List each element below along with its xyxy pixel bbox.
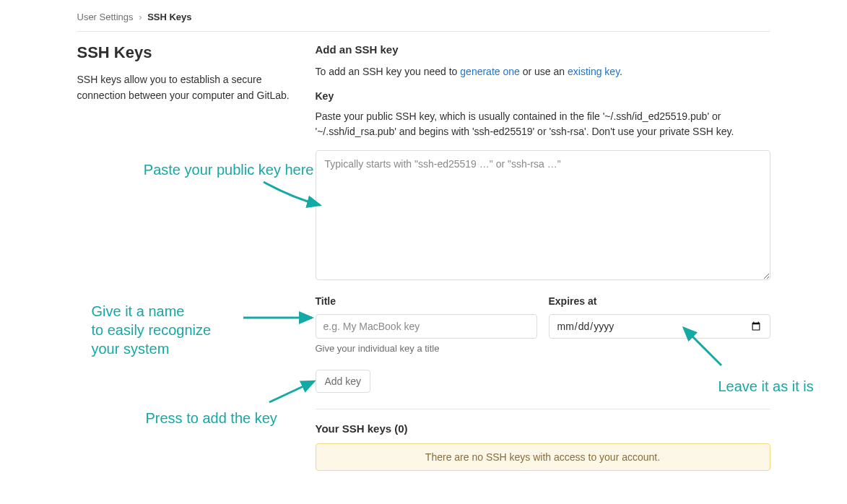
- key-help: Paste your public SSH key, which is usua…: [316, 109, 770, 140]
- your-keys-heading: Your SSH keys (0): [316, 422, 770, 435]
- title-help: Give your individual key a title: [316, 343, 537, 354]
- empty-keys-message: There are no SSH keys with access to you…: [316, 443, 770, 471]
- divider: [316, 409, 770, 409]
- existing-key-link[interactable]: existing key: [568, 66, 620, 77]
- generate-one-link[interactable]: generate one: [460, 66, 520, 77]
- page-title: SSH Keys: [77, 43, 301, 62]
- add-key-heading: Add an SSH key: [316, 43, 770, 56]
- page-description: SSH keys allow you to establish a secure…: [77, 72, 301, 103]
- breadcrumb-parent[interactable]: User Settings: [77, 12, 134, 22]
- breadcrumb-current: SSH Keys: [147, 12, 191, 22]
- key-textarea[interactable]: [316, 150, 770, 280]
- title-input[interactable]: [316, 314, 537, 339]
- title-label: Title: [316, 295, 537, 307]
- chevron-right-icon: ›: [139, 12, 142, 22]
- sidebar-description: SSH Keys SSH keys allow you to establish…: [77, 43, 301, 471]
- expires-input[interactable]: [549, 314, 770, 339]
- add-key-button[interactable]: Add key: [316, 370, 371, 393]
- main-content: Add an SSH key To add an SSH key you nee…: [316, 43, 770, 471]
- breadcrumb: User Settings › SSH Keys: [77, 7, 770, 32]
- key-label: Key: [316, 90, 770, 102]
- expires-label: Expires at: [549, 295, 770, 307]
- add-key-intro: To add an SSH key you need to generate o…: [316, 64, 770, 80]
